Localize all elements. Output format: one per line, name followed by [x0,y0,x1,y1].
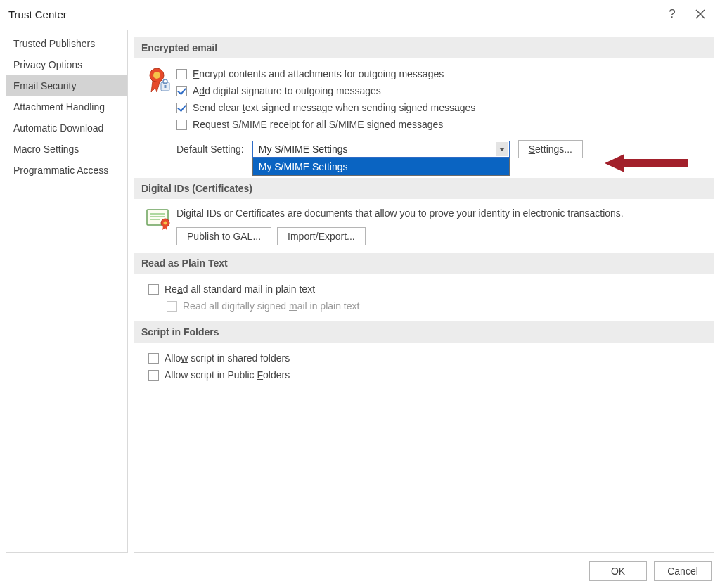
window-title: Trust Center [8,8,658,20]
section-header-digital-ids: Digital IDs (Certificates) [134,178,714,199]
checkbox-read-signed-plain-input [167,301,177,312]
checkbox-read-signed-plain: Read all digitally signed mail in plain … [167,298,707,314]
ok-button[interactable]: OK [589,561,647,581]
sidebar-item-macro-settings[interactable]: Macro Settings [6,139,127,160]
checkbox-read-plain-label: Read all standard mail in plain text [165,283,315,295]
combo-value: My S/MIME Settings [259,143,348,155]
section-header-script: Script in Folders [134,321,714,343]
checkbox-request-receipt-input[interactable] [176,120,187,130]
checkbox-encrypt-contents-input[interactable] [176,69,187,79]
checkbox-add-signature[interactable]: Add digital signature to outgoing messag… [176,82,707,99]
import-export-button[interactable]: Import/Export... [277,227,366,245]
window-titlebar: Trust Center ? [0,0,720,28]
settings-panel: Encrypted email Encrypt contents and att… [134,30,714,553]
checkbox-encrypt-contents-label: Encrypt contents and attachments for out… [193,68,444,79]
checkbox-read-plain-input[interactable] [148,284,159,295]
sidebar-item-email-security[interactable]: Email Security [6,75,127,96]
checkbox-script-public[interactable]: Allow script in Public Folders [148,366,707,383]
help-button[interactable]: ? [658,0,686,28]
combo-dropdown-list: My S/MIME Settings [252,158,510,176]
svg-point-12 [164,222,167,225]
combo-option-smime[interactable]: My S/MIME Settings [253,158,509,175]
sidebar-item-programmatic-access[interactable]: Programmatic Access [6,160,127,181]
category-sidebar: Trusted Publishers Privacy Options Email… [6,30,128,553]
default-setting-label: Default Setting: [176,143,244,155]
sidebar-item-trusted-publishers[interactable]: Trusted Publishers [6,33,127,54]
checkbox-read-plain[interactable]: Read all standard mail in plain text [148,281,707,298]
checkbox-script-public-label: Allow script in Public Folders [165,369,290,381]
svg-point-3 [153,72,160,79]
checkbox-add-signature-label: Add digital signature to outgoing messag… [193,85,381,96]
digital-ids-description: Digital IDs or Certificates are document… [176,206,707,222]
checkbox-encrypt-contents[interactable]: Encrypt contents and attachments for out… [176,65,707,82]
checkbox-clear-text[interactable]: Send clear text signed message when send… [176,99,707,116]
sidebar-item-privacy-options[interactable]: Privacy Options [6,54,127,75]
checkbox-request-receipt-label: Request S/MIME receipt for all S/MIME si… [193,119,443,130]
default-setting-combo[interactable]: My S/MIME Settings My S/MIME Settings [252,141,510,158]
checkbox-read-signed-plain-label: Read all digitally signed mail in plain … [183,300,359,312]
checkbox-script-shared-label: Allow script in shared folders [165,352,290,364]
dialog-footer: OK Cancel [589,561,712,581]
checkbox-clear-text-label: Send clear text signed message when send… [193,102,475,113]
checkbox-script-public-input[interactable] [148,370,159,381]
combo-display[interactable]: My S/MIME Settings [252,141,510,158]
checkbox-script-shared[interactable]: Allow script in shared folders [148,350,707,366]
checkbox-script-shared-input[interactable] [148,353,159,364]
cancel-button[interactable]: Cancel [654,561,712,581]
publish-to-gal-button[interactable]: Publish to GAL... [176,227,271,245]
ribbon-seal-icon [141,65,176,95]
section-header-encrypted-email: Encrypted email [134,37,714,58]
sidebar-item-attachment-handling[interactable]: Attachment Handling [6,96,127,117]
svg-rect-6 [165,85,167,88]
close-button[interactable] [686,0,714,28]
chevron-down-icon[interactable] [496,142,508,156]
certificate-icon [141,206,176,230]
checkbox-request-receipt[interactable]: Request S/MIME receipt for all S/MIME si… [176,116,707,133]
checkbox-add-signature-input[interactable] [176,86,187,96]
checkbox-clear-text-input[interactable] [176,103,187,113]
settings-button[interactable]: Settings... [518,140,583,158]
section-header-plain-text: Read as Plain Text [134,253,714,274]
sidebar-item-automatic-download[interactable]: Automatic Download [6,117,127,139]
